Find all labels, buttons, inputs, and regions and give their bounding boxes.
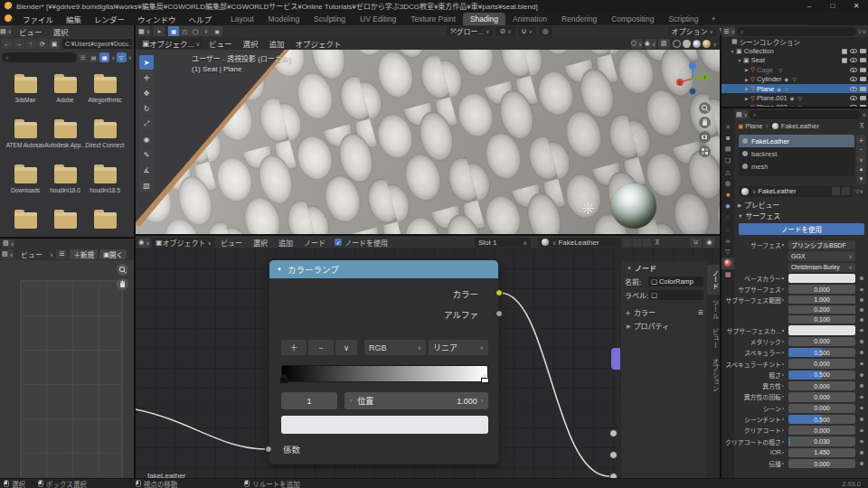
properties-panel-title[interactable]: プロパティ xyxy=(634,321,670,331)
viewport-canvas[interactable]: ユーザー - 透視投影 (ローカル) (1) Seat | Plane ➤ ✛ … xyxy=(136,50,720,234)
tab-world[interactable]: ◍ xyxy=(722,178,734,190)
property-slider[interactable]: 0.030 xyxy=(788,436,855,446)
camera-view-icon[interactable] xyxy=(699,131,711,143)
menu-item[interactable]: ファイル xyxy=(16,14,60,24)
surface-panel-header[interactable]: ▼サーフェス xyxy=(734,211,868,221)
image-editor-menu-view[interactable]: ビュー xyxy=(15,249,48,259)
xray-toggle-icon[interactable]: ▥ xyxy=(658,39,670,49)
workspace-tab[interactable]: Layout xyxy=(223,13,261,25)
folder-item[interactable]: 3dsMax xyxy=(5,71,45,115)
outliner-row[interactable]: ▶ Plane.002 ◆ ▽ xyxy=(722,103,868,107)
select-mode-tweak[interactable]: ▦ xyxy=(168,26,179,36)
alpha-output-socket[interactable] xyxy=(495,310,503,317)
light-object-icon[interactable] xyxy=(582,202,594,214)
navigation-gizmo[interactable]: Y X xyxy=(673,59,712,99)
animate-dot[interactable] xyxy=(860,308,863,312)
hide-viewport-icon[interactable] xyxy=(850,58,857,62)
animate-dot[interactable] xyxy=(860,318,863,322)
material-specials[interactable]: ▽∨ xyxy=(855,188,863,194)
annotate-tool[interactable]: ✎ xyxy=(139,147,154,162)
folder-item[interactable] xyxy=(85,207,125,237)
show-gizmo-icon[interactable]: ⬡∨ xyxy=(631,39,643,49)
animate-dot[interactable] xyxy=(860,440,863,444)
measure-tool[interactable]: ∡ xyxy=(139,163,154,177)
node-name-input[interactable]: ▢ ColorRamp xyxy=(648,277,703,286)
material-datablock[interactable]: ∨FakeLeather xyxy=(739,186,853,197)
folder-item[interactable]: Allegorithmic xyxy=(85,71,125,115)
tab-physics[interactable]: ◌ xyxy=(722,223,734,235)
animate-dot[interactable] xyxy=(860,429,863,433)
material-preview-sphere[interactable] xyxy=(611,183,656,229)
view-list-horizontal-button[interactable]: ▤ xyxy=(89,52,99,62)
animate-dot[interactable] xyxy=(860,329,863,333)
hide-viewport-icon[interactable] xyxy=(850,105,857,107)
expand-arrow-icon[interactable]: ▶ xyxy=(743,105,750,107)
property-slider[interactable]: 0.000 xyxy=(788,337,855,346)
animate-dot[interactable] xyxy=(860,298,863,302)
tab-particles[interactable]: ∴ xyxy=(722,212,734,224)
animate-dot[interactable] xyxy=(860,451,863,455)
search-input[interactable]: ⌕ xyxy=(2,52,77,62)
folder-item[interactable]: Adobe xyxy=(45,71,85,115)
workspace-tab[interactable]: Texture Paint xyxy=(403,13,463,25)
property-slider[interactable]: 0.000 xyxy=(788,426,855,435)
interpolation-dropdown[interactable]: リニア∨ xyxy=(429,340,488,355)
folder-item[interactable]: houdini18.5 xyxy=(85,162,125,205)
radius-z-field[interactable]: 0.100 xyxy=(788,315,855,324)
editor-type-icon[interactable]: ▨∨ xyxy=(3,239,14,248)
color-ramp-gradient[interactable] xyxy=(281,365,488,382)
checkbox-icon[interactable] xyxy=(842,58,847,63)
outliner-row[interactable]: ▶ Cage ▽ xyxy=(722,65,868,74)
shader-type-dropdown[interactable]: ▣ オブジェクト∨ xyxy=(152,238,215,248)
collapse-arrow-icon[interactable]: ▼ xyxy=(277,267,282,272)
slot-button[interactable]: ▲ xyxy=(856,164,866,174)
properties-filter-caret[interactable]: ∨ xyxy=(863,111,866,117)
node-label-input[interactable]: ▢ xyxy=(648,290,703,300)
animate-dot[interactable] xyxy=(860,396,863,399)
menu-item[interactable]: レンダー xyxy=(88,14,131,24)
shading-rendered-icon[interactable] xyxy=(703,40,711,48)
folder-item[interactable] xyxy=(45,207,85,237)
image-icon[interactable]: ▨∨ xyxy=(2,249,14,259)
folder-item[interactable]: houdini18.0 xyxy=(45,162,85,205)
cursor-tool-icon[interactable]: ➤ xyxy=(154,26,165,36)
property-slider[interactable]: 0.000 xyxy=(788,381,855,390)
slot-button[interactable]: ▼ xyxy=(856,174,866,183)
outliner-row[interactable]: ▶ Plane.001 ◆ ▽ xyxy=(722,93,868,102)
editor-type-icon[interactable]: ☰∨ xyxy=(723,27,735,36)
shading-material-icon[interactable] xyxy=(693,40,701,48)
workspace-tab[interactable]: Shading xyxy=(463,13,505,25)
slot-button[interactable]: ∨ xyxy=(856,155,866,164)
slot-button[interactable]: − xyxy=(856,145,866,154)
disable-render-icon[interactable] xyxy=(860,77,866,81)
ramp-options-dropdown[interactable]: ∨ xyxy=(335,340,357,355)
property-slider[interactable]: 0.000 xyxy=(788,404,855,413)
hide-viewport-icon[interactable] xyxy=(850,96,857,100)
add-workspace-button[interactable]: + xyxy=(705,14,721,23)
stop-position-field[interactable]: ‹ 位置 1.000 › xyxy=(344,392,488,409)
property-slider[interactable]: 0.500 xyxy=(788,415,855,424)
property-slider[interactable]: 0.500 xyxy=(788,371,855,380)
animate-dot[interactable] xyxy=(860,462,863,465)
tab-output[interactable]: ▤ xyxy=(722,144,734,155)
slot-dropdown[interactable]: Slot 1∨ xyxy=(475,238,531,248)
folder-item[interactable]: Direct Connect xyxy=(85,117,125,160)
refresh-button[interactable]: ⟳ xyxy=(37,39,48,49)
hidden-node-socket-1[interactable] xyxy=(609,429,618,437)
outliner-search-input[interactable]: ⌕ xyxy=(737,27,856,36)
new-image-button[interactable]: ＋ 新規 xyxy=(70,249,98,259)
minimize-button[interactable]: – xyxy=(797,0,821,12)
stop-color-swatch[interactable] xyxy=(281,416,488,434)
color-output-socket[interactable] xyxy=(495,289,503,296)
animate-dot[interactable] xyxy=(860,373,863,377)
subsurface-method-dropdown[interactable]: Christensen-Burley∨ xyxy=(788,263,855,272)
animate-dot[interactable] xyxy=(860,277,863,280)
expand-arrow-icon[interactable]: ▼ xyxy=(729,49,736,54)
expand-arrow-icon[interactable]: ▶ xyxy=(743,86,750,91)
menu-item[interactable]: ヘルプ xyxy=(183,14,219,24)
disable-render-icon[interactable] xyxy=(860,68,866,72)
property-slider[interactable]: 1.450 xyxy=(788,448,855,457)
editor-type-icon[interactable]: ▤∨ xyxy=(0,26,12,36)
subsurface-slider[interactable]: 0.000 xyxy=(788,285,855,294)
select-mode-lasso[interactable]: ◊ xyxy=(201,26,212,36)
